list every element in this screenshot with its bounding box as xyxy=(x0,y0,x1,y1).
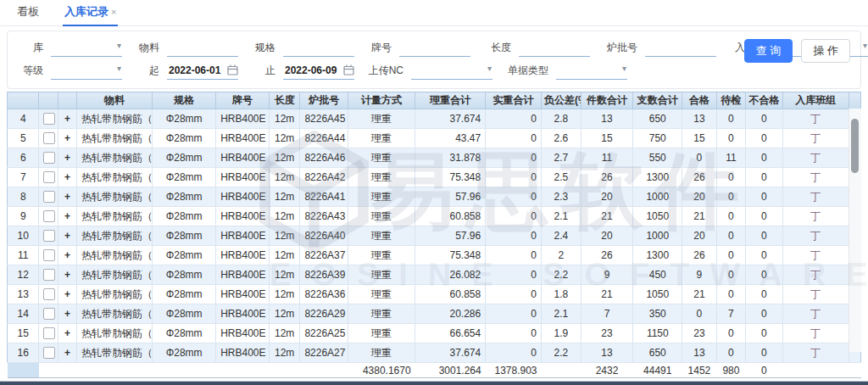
tab-inbound-records[interactable]: 入库记录× xyxy=(63,0,118,26)
expand-cell: + xyxy=(58,187,76,207)
expand-row-icon[interactable]: + xyxy=(64,288,70,300)
total-empty-18 xyxy=(849,363,860,378)
expand-row-icon[interactable]: + xyxy=(64,327,70,339)
expand-row-icon[interactable]: + xyxy=(64,152,70,164)
row-checkbox[interactable] xyxy=(43,269,55,281)
expand-row-icon[interactable]: + xyxy=(64,171,70,183)
cell-col-3: 热轧带肋钢筋（抗震） xyxy=(77,246,153,265)
column-header-10: 实重合计 xyxy=(486,92,542,109)
calendar-icon[interactable] xyxy=(227,64,238,75)
column-header-3: 物料 xyxy=(77,92,153,109)
cell-col-12: 26 xyxy=(581,168,633,187)
cell-col-6: 12m xyxy=(269,324,299,343)
cell-col-5: HRB400E xyxy=(216,324,270,343)
table-row: 13+热轧带肋钢筋（抗震）Φ28mmHRB400E12m8226A36理重60.… xyxy=(8,285,861,304)
cell-col-7: 8226A40 xyxy=(300,226,348,246)
cell-col-3: 热轧带肋钢筋（抗震） xyxy=(77,207,153,226)
scrollbar-thumb[interactable] xyxy=(851,119,859,173)
cell-col-7: 8226A43 xyxy=(300,207,348,226)
row-checkbox[interactable] xyxy=(43,230,55,242)
expand-row-icon[interactable]: + xyxy=(64,132,70,144)
row-checkbox[interactable] xyxy=(43,249,55,261)
filter-panel: 库▾物料规格牌号长度炉批号入库班组▾ 等级▾起2022-06-01止2022-0… xyxy=(7,31,861,89)
total-col-16: 0 xyxy=(746,363,783,378)
expand-row-icon[interactable]: + xyxy=(64,191,70,203)
filter-select-doc-type[interactable]: ▾ xyxy=(556,63,627,80)
row-checkbox-cell xyxy=(39,109,58,129)
cell-col-8: 理重 xyxy=(348,109,415,129)
tab-close-icon[interactable]: × xyxy=(111,7,116,17)
total-col-8: 4380.1670 xyxy=(348,363,415,378)
row-checkbox[interactable] xyxy=(43,152,55,164)
total-empty-2 xyxy=(58,363,76,378)
row-checkbox[interactable] xyxy=(43,308,55,320)
filter-input-spec[interactable] xyxy=(283,40,354,57)
query-button[interactable]: 查 询 xyxy=(744,39,793,63)
column-header-16: 不合格 xyxy=(746,92,783,109)
row-checkbox[interactable] xyxy=(43,171,55,183)
cell-col-4: Φ28mm xyxy=(153,129,216,148)
filter-field-doc-type: 单据类型▾ xyxy=(504,63,627,80)
expand-row-icon[interactable]: + xyxy=(64,210,70,222)
total-empty-3 xyxy=(77,363,153,378)
calendar-icon[interactable] xyxy=(343,64,354,75)
cell-col-14: 0 xyxy=(682,304,717,324)
expand-row-icon[interactable]: + xyxy=(64,308,70,320)
cell-col-3: 热轧带肋钢筋（抗震） xyxy=(77,168,153,187)
cell-col-12: 21 xyxy=(581,207,633,226)
cell-col-15: 0 xyxy=(716,129,745,148)
row-checkbox[interactable] xyxy=(43,210,55,222)
cell-col-9: 57.96 xyxy=(415,226,486,246)
row-index: 12 xyxy=(8,265,39,285)
cell-col-9: 26.082 xyxy=(415,265,486,285)
filter-select-warehouse[interactable]: ▾ xyxy=(51,40,122,57)
cell-col-12: 11 xyxy=(581,148,633,168)
cell-col-3: 热轧带肋钢筋（抗震） xyxy=(77,285,153,304)
operate-button[interactable]: 操 作 xyxy=(801,39,850,63)
date-value-date-to: 2022-06-09 xyxy=(283,64,337,76)
cell-col-12: 20 xyxy=(581,226,633,246)
cell-col-7: 8226A44 xyxy=(300,129,348,148)
filter-input-length[interactable] xyxy=(519,40,590,57)
expand-row-icon[interactable]: + xyxy=(64,113,70,125)
cell-col-11: 1.8 xyxy=(542,285,581,304)
tab-dashboard[interactable]: 看板 xyxy=(15,0,41,25)
bottom-bar xyxy=(0,381,868,385)
column-header-empty-18 xyxy=(849,92,860,109)
total-col-13: 44491 xyxy=(633,363,682,378)
row-checkbox[interactable] xyxy=(43,327,55,339)
cell-col-16: 0 xyxy=(746,207,783,226)
expand-row-icon[interactable]: + xyxy=(64,230,70,242)
filter-select-grade[interactable]: ▾ xyxy=(51,63,122,80)
total-empty-11 xyxy=(542,363,581,378)
filter-select-upload-nc[interactable]: ▾ xyxy=(411,63,492,80)
row-checkbox-cell xyxy=(39,343,58,363)
cell-col-15: 0 xyxy=(716,343,745,363)
cell-col-11: 2.5 xyxy=(542,168,581,187)
filter-field-warehouse: 库▾ xyxy=(18,40,122,57)
expand-row-icon[interactable]: + xyxy=(64,249,70,261)
row-checkbox[interactable] xyxy=(43,113,55,125)
filter-date-date-from[interactable]: 2022-06-01 xyxy=(167,63,238,80)
expand-row-icon[interactable]: + xyxy=(64,347,70,359)
date-value-date-from: 2022-06-01 xyxy=(167,64,220,76)
column-header-5: 牌号 xyxy=(216,92,270,109)
table-row: 6+热轧带肋钢筋（抗震）Φ28mmHRB400E12m8226A46理重31.8… xyxy=(8,148,861,168)
filter-date-date-to[interactable]: 2022-06-09 xyxy=(283,63,354,80)
cell-col-10: 0 xyxy=(486,265,542,285)
expand-row-icon[interactable]: + xyxy=(64,269,70,281)
filter-input-heat-no[interactable] xyxy=(645,40,716,57)
filter-input-material[interactable] xyxy=(167,40,238,57)
row-checkbox[interactable] xyxy=(43,288,55,300)
cell-col-8: 理重 xyxy=(348,324,415,343)
row-checkbox[interactable] xyxy=(43,191,55,203)
row-checkbox-cell xyxy=(39,226,58,246)
cell-col-17: 丁 xyxy=(782,109,849,129)
vertical-scrollbar[interactable] xyxy=(849,109,861,352)
filter-input-brand[interactable] xyxy=(399,40,470,57)
row-checkbox[interactable] xyxy=(43,347,55,359)
cell-col-16: 0 xyxy=(746,168,783,187)
row-checkbox[interactable] xyxy=(43,132,55,144)
cell-col-15: 0 xyxy=(716,226,745,246)
cell-col-4: Φ28mm xyxy=(153,343,216,363)
